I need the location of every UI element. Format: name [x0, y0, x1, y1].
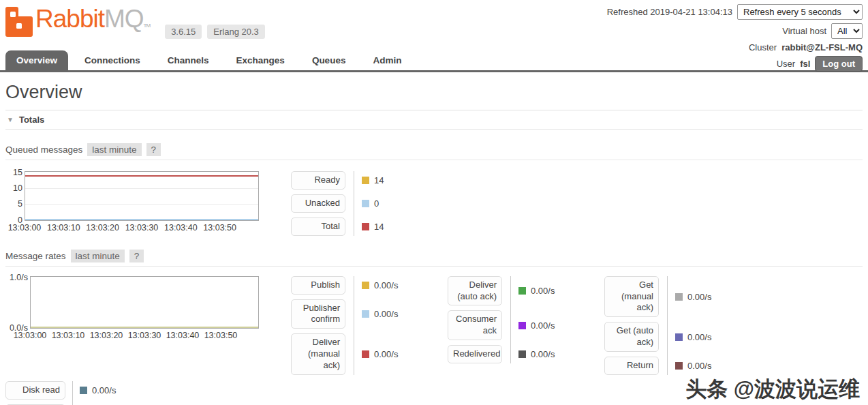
legend-divider	[72, 381, 73, 405]
tab-admin[interactable]: Admin	[362, 50, 412, 70]
gridline	[25, 204, 258, 205]
totals-section-toggle[interactable]: ▼ Totals	[5, 110, 863, 130]
header-controls: Refreshed 2019-04-21 13:04:13 Refresh ev…	[607, 4, 863, 72]
redelivered-swatch	[518, 350, 526, 358]
disk-read-button[interactable]: Disk read	[5, 381, 65, 400]
queued-time-range-badge[interactable]: last minute	[87, 143, 141, 156]
rates-zero-line	[31, 327, 258, 328]
rates-legend-col-3: Get (manual ack) 0.00/s Get (auto ack) 0…	[604, 276, 741, 375]
queued-messages-chart: 15 10 5 0 13:03:00 13:03:10 13:03:20 13:…	[5, 171, 259, 236]
message-rates-header: Message rates last minute ?	[5, 250, 863, 267]
legend-row-deliver-manual: Deliver (manual ack) 0.00/s	[291, 333, 427, 375]
refreshed-timestamp: Refreshed 2019-04-21 13:04:13	[607, 7, 732, 17]
tab-exchanges[interactable]: Exchanges	[226, 50, 296, 70]
ready-button[interactable]: Ready	[291, 171, 345, 190]
x-tick: 13:03:10	[47, 223, 80, 232]
return-rate: 0.00/s	[687, 361, 711, 371]
watermark-text: 头条 @波波说运维	[685, 375, 860, 404]
x-tick: 13:03:50	[203, 223, 236, 232]
virtual-host-label: Virtual host	[782, 26, 826, 36]
deliver-auto-ack-rate: 0.00/s	[531, 286, 555, 296]
legend-row-get-manual: Get (manual ack) 0.00/s	[604, 276, 741, 318]
queued-help-icon[interactable]: ?	[146, 143, 161, 156]
x-tick: 13:03:00	[8, 223, 42, 232]
get-auto-ack-swatch	[675, 333, 683, 341]
gridline	[25, 188, 258, 189]
y-tick: 10	[6, 183, 22, 193]
get-auto-ack-rate: 0.00/s	[687, 332, 711, 342]
return-swatch	[675, 362, 683, 370]
rabbitmq-logo-icon	[5, 7, 33, 39]
x-tick: 13:03:00	[14, 331, 47, 340]
refresh-interval-select[interactable]: Refresh every 5 seconds	[737, 4, 863, 20]
unacked-swatch	[362, 200, 369, 207]
ready-value: 14	[374, 175, 384, 185]
message-rates-chart: 1.0/s 0.0/s 13:03:00 13:03:10 13:03:20 1…	[5, 276, 259, 375]
consumer-ack-button[interactable]: Consumer ack	[448, 310, 502, 340]
x-tick: 13:03:20	[90, 331, 123, 340]
return-button[interactable]: Return	[604, 357, 659, 375]
total-swatch	[362, 223, 369, 230]
x-tick: 13:03:40	[164, 223, 198, 232]
queued-messages-header: Queued messages last minute ?	[5, 143, 863, 160]
get-auto-ack-button[interactable]: Get (auto ack)	[604, 322, 659, 352]
logout-button[interactable]: Log out	[815, 56, 863, 72]
x-tick: 13:03:20	[86, 223, 119, 232]
queued-total-line	[25, 175, 258, 177]
main-content: Overview ▼ Totals Queued messages last m…	[0, 82, 868, 405]
consumer-ack-rate: 0.00/s	[531, 320, 555, 331]
publish-button[interactable]: Publish	[291, 276, 345, 295]
tab-queues[interactable]: Queues	[301, 50, 357, 70]
legend-row-unacked: Unacked 0	[291, 194, 384, 213]
queued-unacked-line	[25, 219, 258, 220]
total-button[interactable]: Total	[291, 217, 345, 236]
queued-x-axis: 13:03:00 13:03:10 13:03:20 13:03:30 13:0…	[25, 223, 259, 234]
deliver-auto-ack-swatch	[518, 287, 526, 295]
x-tick: 13:03:50	[204, 331, 238, 340]
legend-row-consumer-ack: Consumer ack 0.00/s	[448, 310, 584, 340]
rabbitmq-logo[interactable]: RabbitMQTM	[5, 4, 150, 41]
queued-messages-label: Queued messages	[5, 145, 82, 155]
unacked-button[interactable]: Unacked	[291, 194, 345, 213]
ready-swatch	[362, 177, 369, 184]
legend-row-total: Total 14	[291, 217, 384, 236]
publisher-confirm-button[interactable]: Publisher confirm	[291, 299, 345, 329]
deliver-auto-ack-button[interactable]: Deliver (auto ack)	[448, 276, 502, 306]
tab-overview[interactable]: Overview	[5, 50, 68, 70]
y-tick: 15	[6, 168, 22, 177]
get-manual-ack-rate: 0.00/s	[687, 292, 711, 302]
publisher-confirm-swatch	[362, 310, 369, 318]
collapse-triangle-icon: ▼	[7, 116, 14, 123]
rates-chart-plot: 1.0/s 0.0/s	[30, 276, 259, 329]
publisher-confirm-rate: 0.00/s	[374, 309, 398, 319]
cluster-label: Cluster	[749, 42, 777, 52]
message-rates-section: 1.0/s 0.0/s 13:03:00 13:03:10 13:03:20 1…	[5, 276, 863, 375]
redelivered-button[interactable]: Redelivered	[448, 345, 502, 363]
get-manual-ack-button[interactable]: Get (manual ack)	[604, 276, 659, 318]
y-tick: 5	[6, 199, 22, 209]
total-value: 14	[374, 222, 384, 232]
deliver-manual-ack-swatch	[362, 350, 369, 358]
legend-row-publisher-confirm: Publisher confirm 0.00/s	[291, 299, 427, 329]
totals-label: Totals	[19, 115, 44, 125]
legend-row-return: Return 0.00/s	[604, 357, 741, 375]
tab-channels[interactable]: Channels	[157, 50, 220, 70]
legend-divider	[667, 276, 668, 375]
virtual-host-select[interactable]: All	[831, 23, 863, 39]
publish-rate: 0.00/s	[374, 280, 398, 290]
rates-legend-col-1: Publish 0.00/s Publisher confirm 0.00/s …	[291, 276, 427, 375]
user-label: User	[777, 59, 795, 69]
redelivered-rate: 0.00/s	[531, 349, 555, 359]
x-tick: 13:03:30	[128, 331, 161, 340]
user-value: fsl	[800, 59, 810, 69]
rates-time-range-badge[interactable]: last minute	[71, 250, 125, 262]
deliver-manual-ack-button[interactable]: Deliver (manual ack)	[291, 333, 345, 375]
version-badges: 3.6.15 Erlang 20.3	[165, 25, 265, 39]
x-tick: 13:03:40	[166, 331, 200, 340]
tab-connections[interactable]: Connections	[74, 50, 151, 70]
legend-row-deliver-auto: Deliver (auto ack) 0.00/s	[448, 276, 584, 306]
page-title: Overview	[5, 82, 863, 103]
rates-help-icon[interactable]: ?	[129, 250, 144, 262]
header: RabbitMQTM 3.6.15 Erlang 20.3 Refreshed …	[0, 0, 868, 48]
publish-swatch	[362, 282, 369, 289]
